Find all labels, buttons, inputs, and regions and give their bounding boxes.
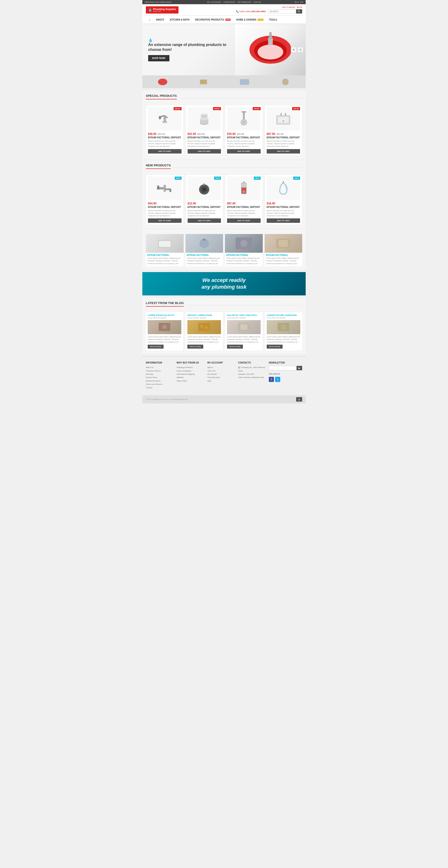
read-more-button-3[interactable]: READ MORE [227,345,243,349]
footer-link-affiliates[interactable]: Affiliates [177,376,204,379]
footer-contacts: CONTACTS 🏢 Company Inc., 8501 Warrens Ro… [238,362,265,390]
svg-rect-8 [240,79,249,85]
product-name-3: EPSUM FACTORIAL DEPOSIT [227,136,261,139]
blog-date-1: 14.02.2015 BY ADMIN [148,317,181,319]
thumb-2[interactable] [183,75,224,88]
svg-rect-48 [242,183,246,188]
cat-desc-4: Lorem ipsum dolor tittetur adipiscing el… [265,257,302,266]
glass-faucet-icon [274,179,293,198]
newsletter-submit-button[interactable]: ▶ [296,366,302,370]
footer-link-intl[interactable]: International Shipping [177,373,204,376]
read-more-button-4[interactable]: READ MORE [267,345,283,349]
footer-link-help[interactable]: Help [207,379,235,383]
facebook-icon[interactable]: f [269,377,274,382]
main-nav: ⌂ ABOUT KITCHEN & BATH DECORATIVE PRODUC… [142,16,306,24]
nav-tools[interactable]: TOOLS [266,16,280,23]
footer-link-shipping[interactable]: Shipping & Returns [177,366,204,369]
cat-card-3[interactable]: EPSUM FACTORIAL Lorem ipsum dolor tittet… [225,234,263,266]
read-more-button-1[interactable]: READ MORE [148,345,164,349]
new-add-to-cart-button-2[interactable]: ADD TO CART [188,218,221,223]
blog-img-1 [148,320,181,334]
twitter-icon[interactable]: t [275,377,280,382]
search-input[interactable] [268,9,296,13]
cat-card-1[interactable]: EPSUM FACTORIAL Lorem ipsum dolor tittet… [146,234,184,266]
svg-rect-40 [169,189,171,192]
footer-grid: INFORMATION About Us Customer Service Si… [146,362,302,390]
blog-cat-2: DEPOSIT LOREM IPSUM [187,314,221,316]
cat-title-3: EPSUM FACTORIAL [225,253,263,257]
special-product-4: SALE! $67.90 $87.90 EPSUM FACTORIAL DEPO… [265,105,302,156]
language-selector[interactable]: En ▾ [295,1,299,3]
special-product-1: SALE! $46.90 $87.90 EPSUM FACTORIAL DEPO… [146,105,184,156]
footer-link-advanced[interactable]: Advanced Search [146,379,173,383]
product-img-2 [188,107,221,130]
cat-img-2 [186,234,223,253]
hero-cta-button[interactable]: SHOP NOW! [148,55,169,61]
hero-prev-button[interactable]: < [291,47,296,53]
sale-badge-1: SALE! [173,107,182,110]
order-phone: 📞 Order online (803 )461-9962 [236,10,266,12]
footer-link-wishlist[interactable]: My Wishlist [207,373,235,376]
my-account-link[interactable]: MY ACCOUNT [207,1,221,3]
hero-next-button[interactable]: > [297,47,303,53]
footer-link-search[interactable]: Search Terms [146,376,173,379]
footer-link-status[interactable]: Status Table [177,379,204,383]
footer-link-cart[interactable]: View Cart [207,369,235,373]
cat-card-2[interactable]: EPSUM FACTORIAL Lorem ipsum dolor tittet… [186,234,223,266]
cart-info: Cart: 0 item(s) - $0.00 [282,6,302,8]
footer-link-customer[interactable]: Customer Service [146,369,173,373]
thumb-3[interactable] [224,75,265,88]
add-to-cart-button-1[interactable]: ADD TO CART [148,149,182,154]
back-to-top-button[interactable]: ▲ [296,397,302,402]
read-more-button-2[interactable]: READ MORE [187,345,203,349]
currency-selector[interactable]: $ ▾ [300,1,303,3]
footer-link-about[interactable]: About Us [146,366,173,369]
svg-point-68 [281,324,286,330]
new-product-4: NEW $18.90 EPSUM FACTORIAL DEPOSIT Epsum… [265,175,302,225]
blog-card-2: DEPOSIT LOREM IPSUM 14.02.2015 BY ADMIN … [186,312,223,351]
thumb-1[interactable] [142,75,183,88]
price-new-1: $46.90 [148,132,157,135]
nav-about[interactable]: ABOUT [153,16,167,23]
special-products-grid: SALE! $46.90 $87.90 EPSUM FACTORIAL DEPO… [146,105,302,156]
login-link[interactable]: LOG IN [254,1,261,3]
add-to-cart-button-4[interactable]: ADD TO CART [267,149,300,154]
nav-decorative[interactable]: DECORATIVE PRODUCTS NEW [192,16,233,23]
category-section: EPSUM FACTORIAL Lorem ipsum dolor tittet… [142,229,306,270]
footer-link-signin[interactable]: Sign In [207,366,235,369]
nav-kitchen[interactable]: KITCHEN & BATH [167,16,192,23]
footer-link-sitemap[interactable]: Site Map [146,373,173,376]
blog-card-4: CONSECTETUER ADIPISCING 13.02.2015 BY AD… [265,312,302,351]
thumb-4[interactable] [265,75,306,88]
logo[interactable]: 💧 Plumbing Supplies since 1975 [146,6,179,13]
new-add-to-cart-button-3[interactable]: ADD TO CART [227,218,261,223]
newsletter-input[interactable] [269,366,296,370]
new-price-3: $97.90 [227,202,236,205]
drain-icon [195,179,214,198]
nav-home[interactable]: ⌂ [146,16,153,24]
nav-home-garden[interactable]: HOME & GARDEN SALE [233,16,266,23]
price-new-2: $22.90 [188,132,196,135]
cat-card-4[interactable]: EPSUM FACTORIAL Lorem ipsum dolor tittet… [265,234,302,266]
footer-link-track[interactable]: Track My Order [207,376,235,379]
svg-rect-33 [285,113,286,116]
search-button[interactable]: 🔍 [296,9,302,13]
add-to-cart-button-3[interactable]: ADD To CART [227,149,261,154]
cat-img-1 [146,234,184,253]
promo-banner: We accept readily any plumbing task [142,272,306,296]
new-add-to-cart-button-1[interactable]: ADD TO CART [148,218,182,223]
svg-point-34 [282,120,284,122]
social-links: f t [269,377,302,382]
blog-text-3: Lorem ipsum dolor tittetur adipiscing el… [227,336,261,343]
blog-date-2: 14.02.2015 BY ADMIN [187,317,221,319]
price-old-1: $87.90 [158,133,165,135]
footer-link-contact[interactable]: Contact [146,386,173,390]
new-product-2: NEW $12.90 EPSUM FACTORIAL DEPOSIT Epsum… [186,175,223,225]
footer-link-orders[interactable]: Orders and Returns [146,383,173,386]
new-product-name-1: EPSUM FACTORIAL DEPOSIT [148,206,182,208]
add-to-cart-button-2[interactable]: ADD TO CART [188,149,221,154]
wishlist-link[interactable]: MY WISHLIST [238,1,251,3]
new-add-to-cart-button-4[interactable]: ADD TO CART [267,218,300,223]
checkout-link[interactable]: CHECKOUT [224,1,235,3]
footer-link-secure[interactable]: Secure Shopping [177,369,204,373]
